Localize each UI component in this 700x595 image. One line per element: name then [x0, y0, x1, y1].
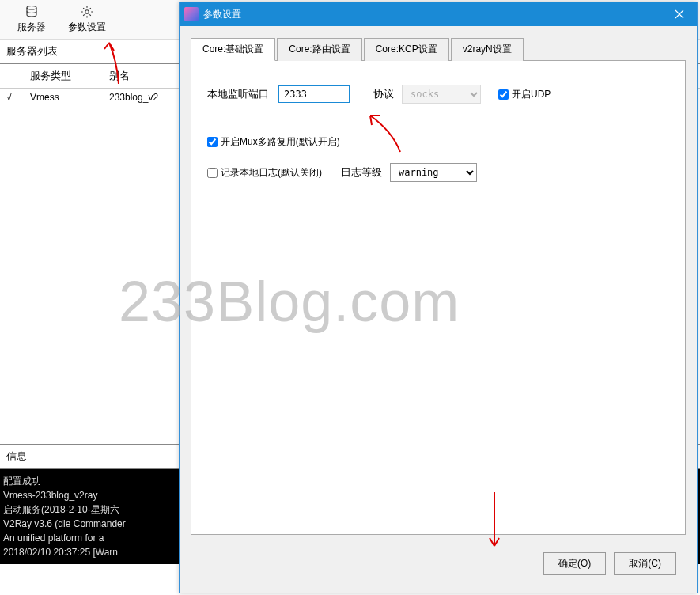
svg-point-0: [27, 6, 36, 10]
mux-checkbox[interactable]: 开启Mux多路复用(默认开启): [207, 135, 340, 149]
udp-checkbox-input[interactable]: [498, 89, 509, 100]
mux-checkbox-input[interactable]: [207, 137, 218, 147]
col-type[interactable]: 服务类型: [24, 64, 103, 89]
dialog-titlebar[interactable]: 参数设置: [180, 2, 697, 26]
gear-icon: [78, 5, 96, 19]
settings-toolbar-label: 参数设置: [68, 21, 106, 34]
tab-core-kcp[interactable]: Core:KCP设置: [364, 38, 449, 61]
svg-point-1: [85, 10, 89, 14]
loglevel-label: 日志等级: [341, 165, 382, 180]
col-mark[interactable]: [0, 64, 24, 89]
protocol-select: socks: [402, 85, 481, 104]
tab-strip: Core:基础设置 Core:路由设置 Core:KCP设置 v2rayN设置: [191, 37, 686, 60]
log-checkbox[interactable]: 记录本地日志(默认关闭): [207, 166, 322, 180]
settings-toolbar-button[interactable]: 参数设置: [57, 3, 117, 36]
tab-core-routing[interactable]: Core:路由设置: [277, 38, 361, 61]
protocol-label: 协议: [373, 87, 394, 101]
close-button[interactable]: [662, 2, 697, 26]
app-icon: [184, 7, 199, 21]
dialog-title-text: 参数设置: [203, 8, 662, 21]
tab-v2rayn[interactable]: v2rayN设置: [451, 38, 524, 61]
loglevel-select[interactable]: warning: [390, 163, 477, 182]
port-label: 本地监听端口: [207, 87, 269, 101]
log-checkbox-input[interactable]: [207, 168, 218, 178]
tab-content: 本地监听端口 协议 socks 开启UDP 开启Mux多路复用(默认开启): [191, 60, 686, 535]
ok-button[interactable]: 确定(O): [543, 552, 606, 575]
port-input[interactable]: [278, 85, 350, 103]
tab-core-basic[interactable]: Core:基础设置: [191, 38, 275, 61]
udp-checkbox[interactable]: 开启UDP: [498, 88, 551, 101]
settings-dialog: 参数设置 Core:基础设置 Core:路由设置 Core:KCP设置 v2ra…: [179, 2, 698, 593]
close-icon: [675, 9, 684, 19]
server-toolbar-button[interactable]: 服务器: [6, 3, 57, 36]
server-toolbar-label: 服务器: [17, 21, 46, 34]
database-icon: [22, 5, 41, 19]
cancel-button[interactable]: 取消(C): [614, 552, 676, 575]
